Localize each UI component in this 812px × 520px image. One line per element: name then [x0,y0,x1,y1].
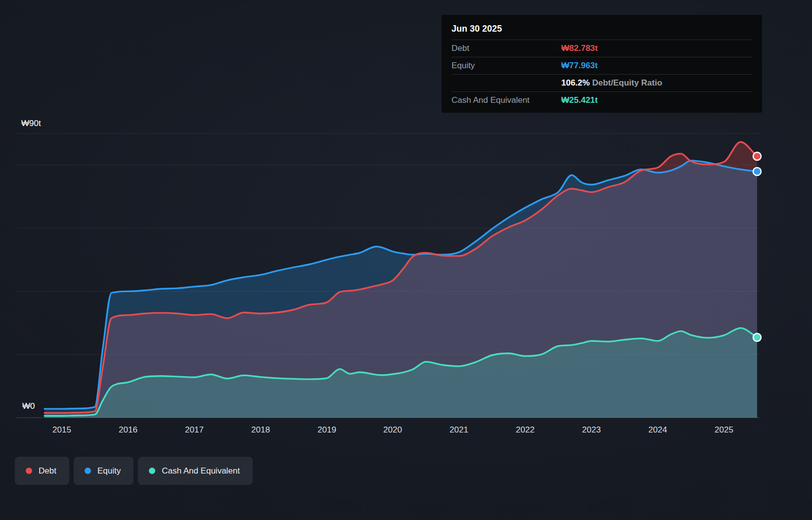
tooltip-ratio-row: 106.2% Debt/Equity Ratio [451,74,752,91]
equity-end-marker [753,168,761,175]
tooltip-debt-row: Debt ₩82.783t [451,40,752,57]
x-axis-label-2023: 2023 [582,425,601,435]
y-axis-label-max: ₩90t [21,119,41,129]
x-axis-label-2019: 2019 [317,425,336,435]
x-axis-label-2025: 2025 [715,425,733,435]
tooltip-ratio-label: Debt/Equity Ratio [592,78,662,87]
legend-item-equity[interactable]: Equity [74,457,134,485]
y-axis-label-min: ₩0 [22,401,35,411]
legend-label-equity: Equity [97,466,121,476]
x-axis-label-2022: 2022 [516,425,535,435]
legend-item-cash[interactable]: Cash And Equivalent [138,457,253,485]
tooltip-date: Jun 30 2025 [451,20,752,40]
tooltip-debt-label: Debt [451,43,561,53]
tooltip-debt-value: ₩82.783t [561,43,598,53]
tooltip-ratio-value: 106.2% [561,78,590,87]
equity-color-dot [85,468,91,474]
debt-end-marker [753,152,761,160]
chart-legend: Debt Equity Cash And Equivalent [15,457,253,485]
legend-label-debt: Debt [39,466,56,476]
cash-color-dot [149,468,155,474]
cash-end-marker [753,334,761,342]
x-axis-label-2015: 2015 [52,425,71,435]
legend-label-cash: Cash And Equivalent [162,466,240,476]
x-axis-label-2017: 2017 [185,425,204,435]
tooltip-equity-label: Equity [451,61,561,71]
x-axis-label-2020: 2020 [383,425,402,435]
tooltip-cash-value: ₩25.421t [561,95,598,105]
debt-color-dot [26,468,32,474]
tooltip-cash-row: Cash And Equivalent ₩25.421t [451,91,752,109]
x-axis-label-2021: 2021 [450,425,468,435]
chart-tooltip: Jun 30 2025 Debt ₩82.783t Equity ₩77.963… [442,15,762,113]
x-axis: 2015201620172018201920202021202220232024… [0,425,812,438]
legend-item-debt[interactable]: Debt [15,457,69,485]
x-axis-label-2018: 2018 [251,425,270,435]
x-axis-label-2016: 2016 [119,425,137,435]
tooltip-equity-row: Equity ₩77.963t [451,57,752,74]
tooltip-cash-label: Cash And Equivalent [451,95,561,105]
x-axis-label-2024: 2024 [648,425,667,435]
tooltip-equity-value: ₩77.963t [561,61,598,71]
